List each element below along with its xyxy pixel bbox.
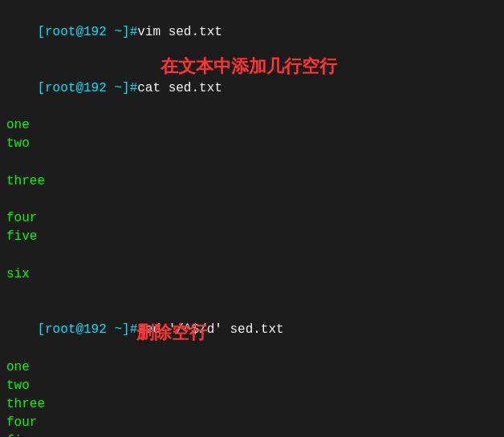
terminal-window: [root@192 ~]#vim sed.txt [root@192 ~]#ca… <box>0 0 504 437</box>
annotation-delete-blank-lines: 删除空行 <box>136 321 207 345</box>
output-two: two <box>6 135 498 153</box>
output-five: five <box>6 228 498 246</box>
output2-two: two <box>6 377 498 395</box>
output-four: four <box>6 209 498 228</box>
output-three: three <box>6 172 498 191</box>
blank-1 <box>6 154 498 172</box>
blank-4 <box>6 284 498 302</box>
output2-one: one <box>6 358 498 377</box>
command-line-1: [root@192 ~]#vim sed.txt <box>6 5 498 61</box>
output2-five: five <box>6 432 498 437</box>
command-text-1: vim sed.txt <box>137 25 222 39</box>
output2-four: four <box>6 414 498 432</box>
output-six: six <box>6 265 498 284</box>
output-one: one <box>6 116 498 135</box>
output2-three: three <box>6 395 498 414</box>
blank-3 <box>6 246 498 265</box>
command-text-2: cat sed.txt <box>137 81 222 95</box>
prompt-2: [root@192 ~]# <box>37 81 137 95</box>
blank-2 <box>6 191 498 209</box>
annotation-add-blank-lines: 在文本中添加几行空行 <box>161 55 337 79</box>
prompt-1: [root@192 ~]# <box>37 25 137 39</box>
prompt-3: [root@192 ~]# <box>37 322 137 337</box>
command-line-3: [root@192 ~]#sed '/^$/d' sed.txt <box>6 302 498 358</box>
